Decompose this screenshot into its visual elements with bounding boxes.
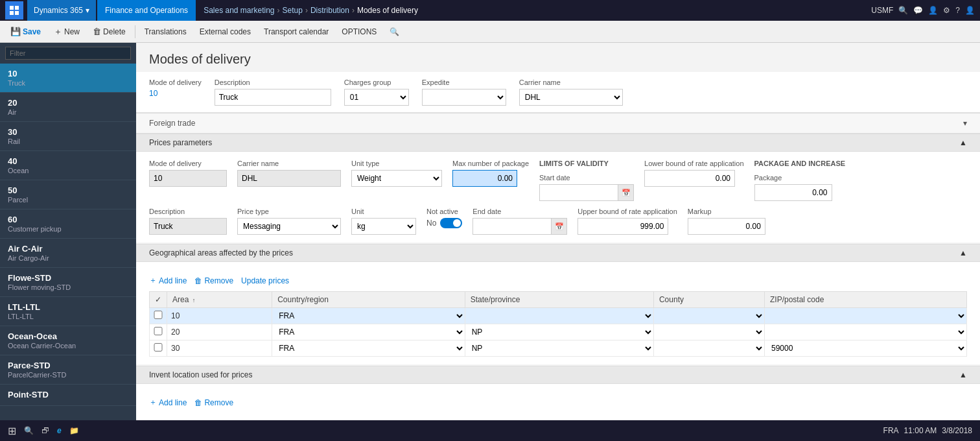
prices-carrier-input — [237, 170, 341, 187]
sidebar-item-30[interactable]: 30Rail — [0, 122, 136, 151]
geo-remove-button[interactable]: 🗑 Remove — [194, 276, 233, 285]
options-button[interactable]: OPTIONS — [336, 23, 382, 41]
search-taskbar-icon[interactable]: 🔍 — [24, 426, 34, 435]
col-check: ✓ — [150, 292, 167, 308]
invent-remove-button[interactable]: 🗑 Remove — [194, 398, 233, 407]
zip-select-1[interactable] — [765, 324, 966, 340]
table-row[interactable]: 20 FRA NP — [150, 324, 967, 340]
county-select-2[interactable] — [654, 340, 764, 356]
status-bar: ⊞ 🔍 🗗 e 📁 FRA 11:00 AM 3/8/2018 — [0, 420, 980, 441]
task-view-icon[interactable]: 🗗 — [41, 426, 49, 435]
not-active-field: Not active No — [426, 208, 462, 235]
sidebar-item-ltl-ltl[interactable]: LTL-LTLLTL-LTL — [0, 297, 136, 326]
county-select-1[interactable] — [654, 324, 764, 340]
invent-add-line-button[interactable]: ＋ Add line — [149, 397, 187, 408]
invent-section-header[interactable]: Invent location used for prices ▲ — [136, 366, 980, 384]
invent-section: Invent location used for prices ▲ ＋ Add … — [136, 366, 980, 420]
delete-icon: 🗑 — [93, 27, 101, 36]
state-select-1[interactable]: NP — [465, 324, 653, 340]
prices-section-header[interactable]: Prices parameters ▲ — [136, 134, 980, 152]
end-date-input-wrapper: 📅 — [472, 218, 567, 235]
sidebar-item-60[interactable]: 60Customer pickup — [0, 209, 136, 239]
start-date-input[interactable] — [540, 186, 618, 199]
country-select-2[interactable]: FRA — [272, 340, 464, 356]
sidebar-item-50[interactable]: 50Parcel — [0, 180, 136, 209]
description-input[interactable] — [215, 89, 331, 106]
sidebar: 10Truck20Air30Rail40Ocean50Parcel60Custo… — [0, 43, 136, 420]
charges-group-select[interactable]: 01 — [344, 89, 409, 106]
price-type-select[interactable]: MessagingFixed — [237, 218, 341, 235]
row-checkbox-0[interactable] — [154, 311, 163, 319]
external-codes-button[interactable]: External codes — [194, 23, 256, 41]
apps-grid-button[interactable] — [5, 1, 23, 19]
upper-bound-input[interactable] — [578, 218, 668, 235]
state-select-2[interactable]: NP — [465, 340, 653, 356]
unit-type-field: Unit type WeightVolumeQuantity — [351, 160, 442, 201]
geo-section-header[interactable]: Geographical areas affected by the price… — [136, 244, 980, 262]
save-button[interactable]: 💾 Save — [5, 23, 46, 41]
lower-bound-input[interactable] — [644, 170, 735, 187]
sidebar-item-point-std[interactable]: Point-STD — [0, 385, 136, 406]
unit-select[interactable]: kglb — [351, 218, 416, 235]
package-input[interactable] — [754, 184, 832, 201]
update-prices-button[interactable]: Update prices — [241, 276, 289, 285]
unit-type-select[interactable]: WeightVolumeQuantity — [351, 170, 442, 187]
prices-collapse-icon: ▲ — [959, 138, 967, 147]
prices-section: Prices parameters ▲ Mode of delivery Car… — [136, 134, 980, 243]
invent-collapse-icon: ▲ — [959, 370, 967, 379]
sidebar-items-list: 10Truck20Air30Rail40Ocean50Parcel60Custo… — [0, 64, 136, 420]
zip-select-2[interactable]: 59000 — [765, 340, 966, 356]
new-button[interactable]: ＋ New — [49, 23, 85, 41]
end-date-calendar-icon[interactable]: 📅 — [551, 219, 566, 234]
transport-calendar-button[interactable]: Transport calendar — [259, 23, 334, 41]
country-select-0[interactable]: FRA — [272, 308, 464, 324]
row-checkbox-1[interactable] — [154, 327, 163, 335]
sidebar-item-10[interactable]: 10Truck — [0, 64, 136, 93]
zip-select-0[interactable] — [765, 308, 966, 324]
foreign-trade-collapse-icon: ▾ — [963, 119, 967, 128]
geo-collapse-icon: ▲ — [959, 248, 967, 257]
folder-icon[interactable]: 📁 — [69, 426, 79, 435]
sidebar-item-20[interactable]: 20Air — [0, 93, 136, 122]
brand-label[interactable]: Dynamics 365 ▾ — [27, 0, 96, 21]
sidebar-item-40[interactable]: 40Ocean — [0, 151, 136, 180]
row-checkbox-2[interactable] — [154, 343, 163, 352]
carrier-name-select[interactable]: DHL — [519, 89, 623, 106]
time-display: 11:00 AM — [904, 426, 937, 435]
markup-input[interactable] — [688, 218, 765, 235]
delete-button[interactable]: 🗑 Delete — [88, 23, 131, 41]
lower-bound-field: Lower bound of rate application — [644, 160, 744, 201]
unit-field: Unit kglb — [351, 208, 416, 235]
max-packages-input[interactable] — [452, 170, 517, 187]
search-button[interactable]: 🔍 — [384, 23, 404, 41]
package-increase-block: PACKAGE AND INCREASE Package — [754, 160, 846, 201]
sidebar-item-flowe-std[interactable]: Flowe-STDFlower moving-STD — [0, 268, 136, 297]
sidebar-item-air-c-air[interactable]: Air C-AirAir Cargo-Air — [0, 239, 136, 268]
geo-grid-toolbar: ＋ Add line 🗑 Remove Update prices — [149, 270, 967, 291]
geo-add-line-button[interactable]: ＋ Add line — [149, 275, 187, 286]
table-row[interactable]: 30 FRA NP 59000 — [150, 340, 967, 357]
state-select-0[interactable] — [465, 308, 653, 324]
add-icon: ＋ — [149, 275, 157, 286]
prices-row2: Description Price type MessagingFixed Un… — [149, 208, 967, 235]
foreign-trade-section[interactable]: Foreign trade ▾ — [136, 113, 980, 134]
country-select-1[interactable]: FRA — [272, 324, 464, 340]
search-icon: 🔍 — [390, 27, 399, 36]
table-row[interactable]: 10 FRA — [150, 308, 967, 324]
sidebar-item-ocean-ocea[interactable]: Ocean-OceaOcean Carrier-Ocean — [0, 326, 136, 355]
county-select-0[interactable] — [654, 308, 764, 324]
ie-icon[interactable]: e — [57, 426, 62, 435]
sidebar-item-parce-std[interactable]: Parce-STDParcelCarrier-STD — [0, 355, 136, 385]
start-date-calendar-icon[interactable]: 📅 — [618, 185, 633, 200]
end-date-input[interactable] — [473, 220, 551, 233]
geo-section: Geographical areas affected by the price… — [136, 244, 980, 364]
sidebar-filter-input[interactable] — [5, 47, 131, 60]
prices-mode-field: Mode of delivery — [149, 160, 227, 201]
translations-button[interactable]: Translations — [139, 23, 192, 41]
price-type-field: Price type MessagingFixed — [237, 208, 341, 235]
windows-button[interactable]: ⊞ — [8, 425, 16, 437]
expedite-select[interactable] — [422, 89, 506, 106]
language-indicator: FRA — [883, 426, 899, 435]
not-active-toggle[interactable] — [440, 218, 462, 228]
remove-icon: 🗑 — [194, 276, 202, 285]
